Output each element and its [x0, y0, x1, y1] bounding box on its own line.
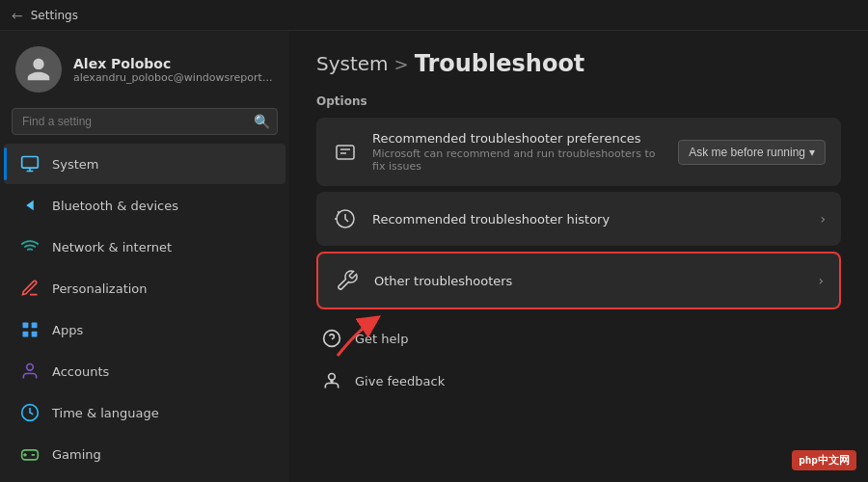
- sidebar-item-bluetooth[interactable]: Bluetooth & devices: [4, 185, 285, 226]
- user-profile[interactable]: Alex Poloboc alexandru_poloboc@windowsre…: [0, 31, 289, 104]
- svg-rect-4: [32, 332, 38, 337]
- svg-rect-3: [23, 332, 29, 337]
- sidebar-nav: System Bluetooth & devices Network & int…: [0, 143, 289, 475]
- chevron-right-other-icon: ›: [818, 273, 824, 288]
- card-text-preferences: Recommended troubleshooter preferences M…: [372, 131, 665, 173]
- card-row-history[interactable]: Recommended troubleshooter history ›: [316, 192, 841, 246]
- history-icon: [332, 205, 359, 232]
- search-icon: 🔍: [254, 114, 270, 129]
- user-info: Alex Poloboc alexandru_poloboc@windowsre…: [73, 56, 272, 84]
- bluetooth-icon: [19, 195, 41, 216]
- troubleshooter-pref-icon: [332, 139, 359, 166]
- php-watermark: php中文网: [792, 450, 856, 470]
- dropdown-label: Ask me before running: [689, 146, 805, 159]
- sidebar-label-time: Time & language: [52, 406, 159, 420]
- search-container: 🔍: [12, 108, 278, 135]
- sidebar-item-network[interactable]: Network & internet: [4, 227, 285, 267]
- sidebar-label-network: Network & internet: [52, 240, 172, 254]
- get-help-icon: [320, 327, 343, 350]
- user-email: alexandru_poloboc@windowsreport...: [73, 71, 272, 84]
- user-name: Alex Poloboc: [73, 56, 272, 71]
- card-text-other: Other troubleshooters: [374, 274, 804, 288]
- back-arrow[interactable]: ←: [12, 8, 23, 23]
- content-area: System > Troubleshoot Options Recommende…: [289, 31, 868, 482]
- sidebar-label-system: System: [52, 157, 98, 172]
- section-label: Options: [316, 94, 841, 108]
- svg-rect-1: [23, 323, 29, 329]
- avatar: [15, 46, 62, 93]
- sidebar-item-system[interactable]: System: [4, 144, 285, 184]
- card-title-history: Recommended troubleshooter history: [372, 212, 806, 227]
- accounts-icon: [19, 361, 41, 382]
- breadcrumb: System > Troubleshoot: [316, 50, 841, 77]
- sidebar: Alex Poloboc alexandru_poloboc@windowsre…: [0, 31, 289, 482]
- main-layout: Alex Poloboc alexandru_poloboc@windowsre…: [0, 31, 868, 482]
- dropdown-chevron-icon: ▾: [809, 146, 815, 159]
- bottom-links: Get help Give feedback: [316, 317, 841, 402]
- svg-point-5: [27, 364, 34, 371]
- card-other-troubleshooters: Other troubleshooters ›: [316, 252, 841, 309]
- sidebar-item-time[interactable]: Time & language: [4, 392, 285, 433]
- network-icon: [19, 236, 41, 257]
- gaming-icon: [19, 443, 41, 465]
- sidebar-label-bluetooth: Bluetooth & devices: [52, 199, 178, 213]
- sidebar-label-personalization: Personalization: [52, 281, 148, 296]
- ask-before-running-dropdown[interactable]: Ask me before running ▾: [678, 140, 826, 165]
- title-bar-text: Settings: [31, 9, 78, 22]
- svg-rect-2: [32, 323, 38, 329]
- sidebar-item-apps[interactable]: Apps: [4, 309, 285, 350]
- card-title-preferences: Recommended troubleshooter preferences: [372, 131, 665, 146]
- give-feedback-icon: [320, 369, 343, 392]
- wrench-icon: [334, 267, 361, 294]
- time-icon: [19, 402, 41, 423]
- sidebar-item-accounts[interactable]: Accounts: [4, 351, 285, 391]
- card-row-other[interactable]: Other troubleshooters ›: [318, 254, 839, 308]
- title-bar: ← Settings: [0, 0, 868, 31]
- personalization-icon: [19, 278, 41, 299]
- sidebar-label-accounts: Accounts: [52, 364, 109, 379]
- breadcrumb-current: Troubleshoot: [415, 50, 585, 77]
- give-feedback-link[interactable]: Give feedback: [316, 360, 841, 402]
- card-subtitle-preferences: Microsoft can recommend and run troubles…: [372, 147, 665, 173]
- get-help-label: Get help: [355, 332, 408, 346]
- breadcrumb-parent[interactable]: System: [316, 52, 389, 75]
- sidebar-label-gaming: Gaming: [52, 447, 101, 462]
- card-action-preferences: Ask me before running ▾: [678, 140, 826, 165]
- card-row-preferences[interactable]: Recommended troubleshooter preferences M…: [316, 118, 841, 186]
- card-text-history: Recommended troubleshooter history: [372, 212, 806, 227]
- apps-icon: [19, 319, 41, 340]
- card-troubleshooter-history: Recommended troubleshooter history ›: [316, 192, 841, 246]
- get-help-link[interactable]: Get help: [316, 317, 841, 360]
- sidebar-label-apps: Apps: [52, 323, 83, 337]
- sidebar-item-personalization[interactable]: Personalization: [4, 268, 285, 308]
- breadcrumb-separator: >: [394, 54, 409, 74]
- svg-point-10: [329, 374, 336, 381]
- svg-rect-8: [337, 146, 354, 159]
- system-icon: [19, 153, 41, 174]
- card-recommended-preferences: Recommended troubleshooter preferences M…: [316, 118, 841, 186]
- search-input[interactable]: [12, 108, 278, 135]
- sidebar-item-gaming[interactable]: Gaming: [4, 434, 285, 474]
- card-title-other: Other troubleshooters: [374, 274, 804, 288]
- svg-rect-0: [22, 157, 39, 169]
- chevron-right-history-icon: ›: [820, 211, 826, 227]
- give-feedback-label: Give feedback: [355, 374, 445, 388]
